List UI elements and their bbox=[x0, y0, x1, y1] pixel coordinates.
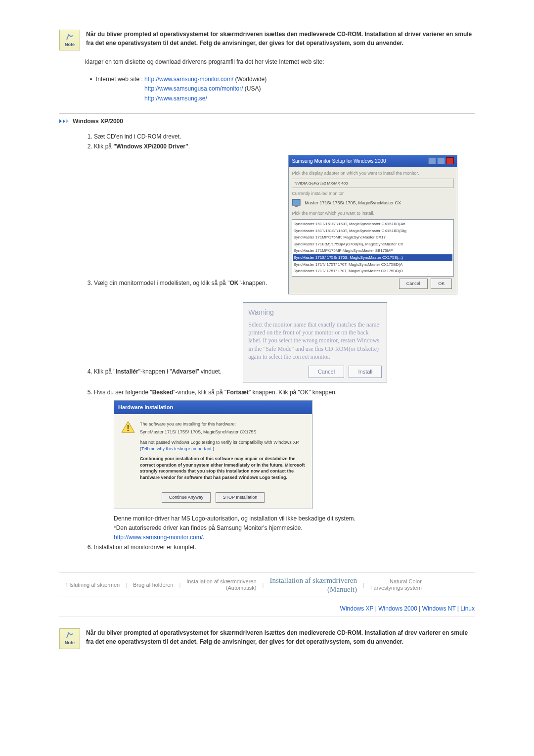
svg-rect-0 bbox=[292, 199, 300, 205]
list-item[interactable]: SyncMaster 151T/151ST/150T, MagicSyncMas… bbox=[293, 221, 452, 228]
hardware-install-dialog: Hardware Installation ! The software you… bbox=[114, 400, 312, 509]
hw-line4: Continuing your installation of this sof… bbox=[140, 456, 305, 480]
warn-cancel-button[interactable]: Cancel bbox=[309, 366, 344, 378]
continue-anyway-button[interactable]: Continue Anyway bbox=[162, 492, 211, 503]
steps-list: Sæt CD'en ind i CD-ROM drevet. Klik på "… bbox=[85, 132, 475, 553]
step2-bold: "Windows XP/2000 Driver" bbox=[113, 143, 188, 150]
monitor-listbox[interactable]: SyncMaster 151T/151ST/150T, MagicSyncMas… bbox=[292, 219, 454, 277]
link-2000[interactable]: Windows 2000 bbox=[378, 605, 417, 612]
tab-natural-color[interactable]: Natural Color Farvestyrings system bbox=[364, 575, 428, 594]
tab-t3b: (Automatisk) bbox=[186, 585, 256, 591]
cancel-button[interactable]: Cancel bbox=[399, 279, 428, 289]
hw-tell-me-link[interactable]: Tell me why this testing is important. bbox=[141, 446, 213, 451]
step-1: Sæt CD'en ind i CD-ROM drevet. bbox=[94, 132, 475, 142]
link-usa-suffix: (USA) bbox=[245, 85, 261, 92]
hw-l3c: ) bbox=[213, 446, 214, 451]
window-buttons[interactable] bbox=[428, 157, 454, 164]
step2-post: . bbox=[188, 143, 190, 150]
tab-driver-auto[interactable]: Installation af skærmdriveren (Automatis… bbox=[180, 575, 262, 594]
hw-line1: The software you are installing for this… bbox=[140, 421, 305, 427]
list-item[interactable]: SyncMaster 151T/151ST/150T, MagicSyncMas… bbox=[293, 228, 452, 235]
after5-link[interactable]: http://www.samsung-monitor.com/ bbox=[114, 534, 203, 541]
list-item[interactable]: SyncMaster 171T/ 175T/ 170T, MagicSyncMa… bbox=[293, 261, 452, 268]
step-2: Klik på "Windows XP/2000 Driver". bbox=[94, 142, 475, 151]
svg-text:!: ! bbox=[127, 424, 129, 432]
list-item[interactable]: SyncMaster 171B(M)/175B(M)/170B(M), Magi… bbox=[293, 241, 452, 248]
list-item[interactable]: SyncMaster 171S/ 175S/ 170S, MagicSyncMa… bbox=[293, 254, 452, 261]
sep: | bbox=[456, 605, 461, 612]
pick-label: Pick the monitor which you want to insta… bbox=[292, 210, 454, 217]
arrows-icon bbox=[59, 119, 69, 123]
link-world[interactable]: http://www.samsung-monitor.com/ bbox=[144, 76, 233, 83]
ok-button[interactable]: OK bbox=[431, 279, 452, 289]
tab-driver-manual[interactable]: Installation af skærmdriveren (Manuelt) bbox=[264, 573, 363, 597]
tab-connect[interactable]: Tilslutning af skærmen bbox=[59, 579, 126, 591]
step4-b1: Installér bbox=[116, 368, 138, 375]
after5-l2: *Den autoriserede driver kan findes på S… bbox=[114, 524, 303, 531]
step2-pre: Klik på bbox=[94, 143, 113, 150]
os-link-row: Windows XP | Windows 2000 | Windows NT |… bbox=[59, 605, 475, 612]
after5-l3: . bbox=[203, 534, 204, 541]
step-6: Installation af monitordriver er komplet… bbox=[94, 542, 475, 552]
link-linux[interactable]: Linux bbox=[460, 605, 475, 612]
dialog-title: Samsung Monitor Setup for Windows 2000 bbox=[292, 157, 386, 165]
step-4: Klik på "Installér"-knappen i "Advarsel"… bbox=[94, 299, 475, 387]
warning-dialog: Warning Select the monitor name that exa… bbox=[243, 302, 387, 382]
current-label: Currently installed monitor bbox=[292, 190, 454, 197]
warning-title: Warning bbox=[248, 307, 382, 319]
step5-b1: Besked bbox=[152, 389, 174, 396]
note-text: Når du bliver prompted af operativsystem… bbox=[86, 30, 475, 47]
dialog-instruction: Pick the display adapter on which you wa… bbox=[292, 170, 454, 177]
hw-title: Hardware Installation bbox=[114, 401, 312, 414]
sep: | bbox=[373, 605, 378, 612]
tab-t4b: (Manuelt) bbox=[269, 585, 357, 594]
bullet-icon bbox=[90, 78, 92, 80]
tab-t5a: Natural Color bbox=[390, 578, 422, 584]
hw-line2: SyncMaster 171S/ 175S/ 170S, MagicSyncMa… bbox=[140, 429, 305, 435]
link-world-suffix: (Worldwide) bbox=[235, 76, 267, 83]
link-se[interactable]: http://www.samsung.se/ bbox=[144, 95, 207, 102]
sep: | bbox=[417, 605, 422, 612]
note-label: Note bbox=[65, 42, 75, 47]
step5-pre: Hvis du ser følgende " bbox=[94, 389, 152, 396]
section-header: Windows XP/2000 bbox=[59, 113, 475, 125]
tab-t3a: Installation af skærmdriveren bbox=[186, 578, 256, 584]
svg-rect-1 bbox=[295, 205, 298, 207]
step5-mid: "-vindue, klik så på " bbox=[173, 389, 226, 396]
list-item[interactable]: SyncMaster 171MP/175MP, MagicSyncMaster … bbox=[293, 234, 452, 241]
step-5: Hvis du ser følgende "Besked"-vindue, kl… bbox=[94, 387, 475, 543]
warning-text: Select the monitor name that exactly mat… bbox=[248, 321, 382, 361]
list-item[interactable]: SyncMaster 171T/ 175T/ 170T, MagicSyncMa… bbox=[293, 268, 452, 275]
step-3: Vælg din monitormodel i modellisten, og … bbox=[94, 152, 475, 300]
after5-l1: Denne monitor-driver har MS Logo-autoris… bbox=[114, 515, 356, 522]
link-xp[interactable]: Windows XP bbox=[340, 605, 374, 612]
step4-mid: "-knappen i " bbox=[138, 368, 172, 375]
dialog-titlebar: Samsung Monitor Setup for Windows 2000 bbox=[289, 155, 457, 167]
link-nt[interactable]: Windows NT bbox=[422, 605, 456, 612]
warn-install-button[interactable]: Install bbox=[349, 366, 382, 378]
tab-holder[interactable]: Brug af holderen bbox=[127, 579, 179, 591]
stop-install-button[interactable]: STOP Installation bbox=[216, 492, 265, 503]
setup-dialog: Samsung Monitor Setup for Windows 2000 P… bbox=[288, 155, 457, 295]
step5-post: " knappen. Klik på "OK" knappen. bbox=[249, 389, 337, 396]
monitor-icon bbox=[292, 199, 302, 208]
prepare-text: klargør en tom diskette og download driv… bbox=[85, 57, 475, 67]
section-title: Windows XP/2000 bbox=[73, 118, 123, 125]
adapter-dropdown[interactable]: NVIDIA GeForce2 MX/MX 400 bbox=[292, 179, 454, 189]
divider-line bbox=[59, 616, 475, 616]
step5-b2: Fortsæt bbox=[226, 389, 249, 396]
note-block: Note Når du bliver prompted af operativs… bbox=[59, 30, 475, 50]
note-label: Note bbox=[65, 640, 75, 645]
note-block-2: Note Når du bliver prompted af operativs… bbox=[59, 628, 475, 649]
list-item[interactable]: SyncMaster 171MP/175MP MagicSyncMaster S… bbox=[293, 247, 452, 254]
internet-label: Internet web site : bbox=[96, 76, 143, 83]
current-monitor: Master 171S/ 175S/ 170S, MagicSyncMaster… bbox=[305, 199, 401, 207]
step3-pre: Vælg din monitormodel i modellisten, og … bbox=[94, 280, 229, 286]
hw-line3: has not passed Windows Logo testing to v… bbox=[140, 439, 305, 452]
warning-icon: ! bbox=[121, 421, 135, 433]
tab-t4a: Installation af skærmdriveren bbox=[269, 576, 357, 584]
note-icon: Note bbox=[59, 30, 80, 50]
link-usa[interactable]: http://www.samsungusa.com/monitor/ bbox=[144, 85, 243, 92]
note-text-2: Når du bliver prompted af operativsystem… bbox=[86, 628, 475, 646]
tab-bar: Tilslutning af skærmen | Brug af holdere… bbox=[59, 572, 475, 597]
